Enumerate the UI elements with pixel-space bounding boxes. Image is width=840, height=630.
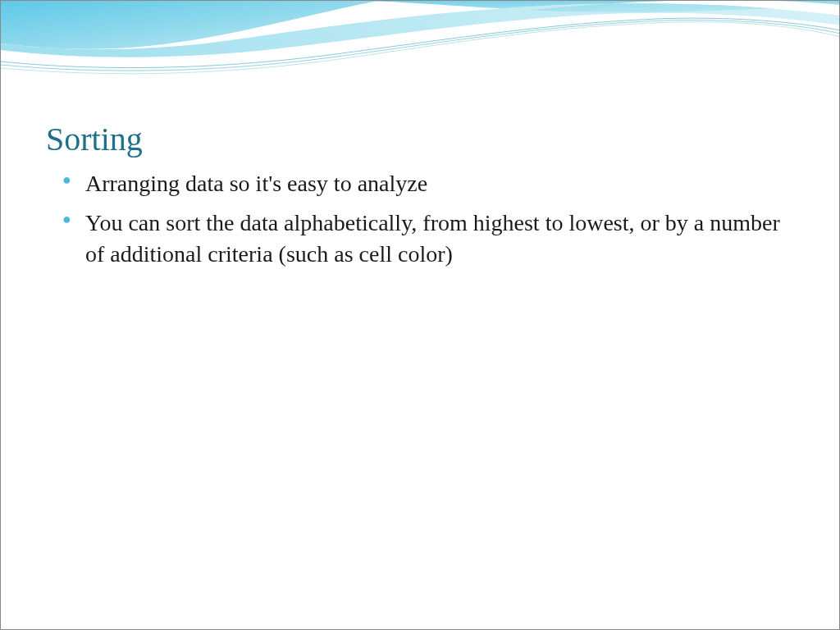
slide-title: Sorting bbox=[46, 120, 790, 158]
bullet-list: Arranging data so it's easy to analyze Y… bbox=[46, 168, 790, 269]
wave-graphic bbox=[1, 1, 840, 116]
bullet-item: Arranging data so it's easy to analyze bbox=[62, 168, 790, 199]
slide-content: Sorting Arranging data so it's easy to a… bbox=[46, 120, 790, 277]
slide-header-decoration bbox=[1, 1, 840, 116]
bullet-item: You can sort the data alphabetically, fr… bbox=[62, 208, 790, 270]
